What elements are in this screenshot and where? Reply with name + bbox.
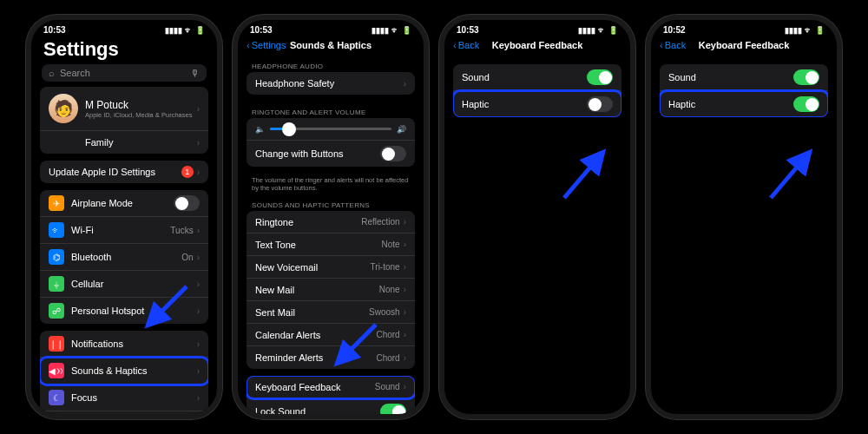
- toggle[interactable]: [587, 96, 613, 112]
- group-footer: The volume of the ringer and alerts will…: [238, 174, 424, 194]
- chevron-right-icon: ›: [197, 279, 200, 289]
- chevron-right-icon: ›: [404, 262, 406, 272]
- row-label: Haptic: [668, 99, 793, 109]
- change-with-buttons-row[interactable]: Change with Buttons: [247, 141, 415, 167]
- toggle[interactable]: [174, 195, 200, 211]
- back-button[interactable]: ‹ Back: [660, 40, 686, 50]
- toggle[interactable]: [587, 69, 613, 85]
- family-row[interactable]: Family ›: [40, 131, 208, 154]
- profile-sub: Apple ID, iCloud, Media & Purchases: [85, 111, 197, 119]
- row-label: Sound: [462, 72, 587, 82]
- row-label: Personal Hotspot: [71, 306, 197, 316]
- toggle[interactable]: [793, 96, 819, 112]
- annotation-arrow: [556, 141, 616, 202]
- row-label: Headphone Safety: [255, 78, 404, 89]
- svg-line-2: [564, 152, 603, 198]
- back-label: Back: [665, 40, 686, 50]
- chevron-right-icon: ›: [197, 253, 200, 262]
- notifications-row[interactable]: ❘❘Notifications›: [40, 331, 208, 358]
- personal-hotspot-row[interactable]: ☍Personal Hotspot›: [40, 298, 208, 324]
- phone-keyboard-feedback-on: 10:52 ▮▮▮▮ ᯤ 🔋 ‹ Back Keyboard Feedback …: [646, 15, 842, 419]
- keyboard-lock-group: Keyboard Feedback Sound › Lock Sound: [247, 376, 415, 419]
- row-value: Chord: [376, 330, 399, 339]
- headphone-group: Headphone Safety ›: [247, 72, 415, 95]
- search-icon: ⌕: [49, 68, 55, 78]
- row-icon: ✈︎: [49, 195, 64, 211]
- row-value: Tri-tone: [371, 262, 400, 272]
- keyboard-feedback-row[interactable]: Keyboard Feedback Sound ›: [247, 376, 415, 398]
- calendar-alerts-row[interactable]: Calendar AlertsChord›: [247, 324, 415, 346]
- cellular-row[interactable]: ⏚Cellular›: [40, 271, 208, 298]
- text-tone-row[interactable]: Text ToneNote›: [247, 233, 415, 256]
- mic-icon[interactable]: 🎙: [190, 68, 200, 78]
- row-value: Swoosh: [369, 307, 400, 317]
- ringtone-row[interactable]: RingtoneReflection›: [247, 211, 415, 233]
- sound-row[interactable]: Sound: [660, 64, 828, 91]
- back-button[interactable]: ‹ Back: [453, 40, 479, 50]
- general-group: ❘❘Notifications›◀︎᠉Sounds & Haptics›☾Foc…: [40, 331, 208, 419]
- profile-group: 🧑 M Potuck Apple ID, iCloud, Media & Pur…: [40, 87, 208, 154]
- screen-time-row[interactable]: ⧗Screen Time›: [40, 411, 208, 419]
- row-label: New Mail: [255, 285, 379, 295]
- notch: [292, 20, 370, 39]
- sounds-haptics-row[interactable]: ◀︎᠉Sounds & Haptics›: [40, 358, 208, 385]
- headphone-safety-row[interactable]: Headphone Safety ›: [247, 72, 415, 95]
- wifi-icon: ᯤ: [185, 26, 193, 35]
- volume-high-icon: 🔊: [397, 125, 406, 134]
- row-value: Reflection: [361, 217, 399, 227]
- connectivity-group: ✈︎Airplane ModeᯤWi-FiTucks›⌬BluetoothOn›…: [40, 190, 208, 324]
- battery-icon: 🔋: [608, 26, 618, 35]
- row-label: Airplane Mode: [71, 198, 174, 208]
- bluetooth-row[interactable]: ⌬BluetoothOn›: [40, 244, 208, 271]
- row-icon: ❘❘: [49, 336, 64, 352]
- toggle[interactable]: [793, 69, 819, 85]
- reminder-alerts-row[interactable]: Reminder AlertsChord›: [247, 346, 415, 369]
- chevron-right-icon: ›: [197, 339, 200, 349]
- signal-icon: ▮▮▮▮: [785, 26, 802, 35]
- row-label: New Voicemail: [255, 262, 371, 273]
- search-input[interactable]: ⌕ Search 🎙: [42, 64, 207, 82]
- chevron-right-icon: ›: [197, 366, 200, 376]
- row-label: Notifications: [71, 339, 197, 349]
- row-label: Keyboard Feedback: [255, 382, 375, 392]
- update-group: Update Apple ID Settings 1 ›: [40, 161, 208, 183]
- focus-row[interactable]: ☾Focus›: [40, 385, 208, 411]
- battery-icon: 🔋: [402, 26, 411, 35]
- wifi-icon: ᯤ: [805, 26, 812, 35]
- haptic-row[interactable]: Haptic: [453, 91, 621, 117]
- new-voicemail-row[interactable]: New VoicemailTri-tone›: [247, 256, 415, 279]
- volume-group: 🔈 🔊 Change with Buttons: [247, 118, 415, 167]
- chevron-left-icon: ‹: [453, 40, 457, 50]
- wi-fi-row[interactable]: ᯤWi-FiTucks›: [40, 217, 208, 244]
- row-value: Chord: [376, 353, 399, 363]
- notch: [705, 20, 783, 39]
- sound-row[interactable]: Sound: [453, 64, 621, 91]
- back-button[interactable]: ‹ Settings: [247, 40, 286, 50]
- toggle[interactable]: [380, 146, 406, 161]
- phone-keyboard-feedback-off: 10:53 ▮▮▮▮ ᯤ 🔋 ‹ Back Keyboard Feedback …: [439, 15, 635, 419]
- row-label: Bluetooth: [71, 252, 181, 262]
- row-label: Sounds & Haptics: [71, 365, 197, 376]
- airplane-mode-row[interactable]: ✈︎Airplane Mode: [40, 190, 208, 217]
- volume-slider[interactable]: [270, 128, 391, 130]
- row-label: Change with Buttons: [255, 148, 380, 159]
- chevron-right-icon: ›: [404, 382, 406, 391]
- toggle[interactable]: [380, 404, 406, 419]
- new-mail-row[interactable]: New MailNone›: [247, 279, 415, 301]
- nav-bar: ‹ Settings Sounds & Haptics: [238, 36, 424, 56]
- row-value: None: [379, 285, 400, 294]
- haptic-row[interactable]: Haptic: [660, 91, 828, 117]
- update-apple-id-row[interactable]: Update Apple ID Settings 1 ›: [40, 161, 208, 183]
- apple-id-row[interactable]: 🧑 M Potuck Apple ID, iCloud, Media & Pur…: [40, 87, 208, 131]
- row-label: Ringtone: [255, 217, 361, 227]
- chevron-right-icon: ›: [404, 307, 406, 317]
- volume-slider-row[interactable]: 🔈 🔊: [247, 118, 415, 141]
- status-indicators: ▮▮▮▮ ᯤ 🔋: [165, 26, 205, 35]
- sent-mail-row[interactable]: Sent MailSwoosh›: [247, 301, 415, 324]
- battery-icon: 🔋: [195, 26, 205, 35]
- row-icon: ☍: [49, 303, 64, 319]
- lock-sound-row[interactable]: Lock Sound: [247, 398, 415, 419]
- update-label: Update Apple ID Settings: [49, 167, 181, 177]
- status-indicators: ▮▮▮▮ ᯤ 🔋: [372, 26, 411, 35]
- avatar: 🧑: [49, 94, 78, 123]
